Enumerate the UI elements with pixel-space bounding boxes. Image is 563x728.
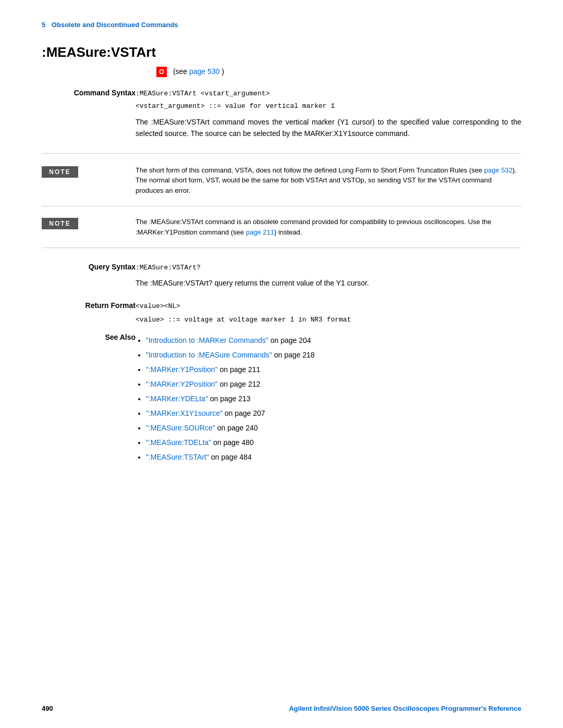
query-syntax-row: Query Syntax :MEASure:VSTArt? The :MEASu…	[42, 261, 521, 295]
list-item: ":MARKer:Y2Position" on page 212	[146, 377, 521, 391]
see-also-link[interactable]: ":MEASure:TDELta"	[146, 438, 211, 447]
query-syntax-label: Query Syntax	[42, 261, 136, 295]
chapter-number: 5	[42, 21, 45, 29]
note2-text-before: The :MEASure:VSTArt command is an obsole…	[136, 218, 492, 236]
see-also-page: on page 204	[268, 336, 311, 344]
icon-line: O (see page 530 )	[156, 67, 521, 77]
list-item: ":MARKer:Y1Position" on page 211	[146, 362, 521, 377]
command-syntax-line1: :MEASure:VSTArt <vstart_argument>	[136, 89, 521, 99]
see-text-open: (see	[173, 67, 189, 76]
see-also-link[interactable]: ":MEASure:TSTArt"	[146, 453, 209, 461]
see-also-page: on page 240	[215, 424, 258, 432]
content-table: Command Syntax :MEASure:VSTArt <vstart_a…	[42, 87, 521, 466]
spacer3	[42, 295, 521, 299]
command-syntax-row: Command Syntax :MEASure:VSTArt <vstart_a…	[42, 87, 521, 146]
footer-title: Agilent InfiniiVision 5000 Series Oscill…	[289, 705, 521, 712]
divider1	[42, 153, 521, 154]
see-also-label: See Also	[42, 331, 136, 466]
footer: 490 Agilent InfiniiVision 5000 Series Os…	[42, 705, 521, 712]
note2-link[interactable]: page 211	[246, 228, 274, 236]
list-item: "Introduction to :MEASure Commands" on p…	[146, 348, 521, 362]
list-item: ":MARKer:YDELta" on page 213	[146, 391, 521, 406]
divider-row3	[42, 241, 521, 254]
chapter-title: Obsolete and Discontinued Commands	[52, 21, 178, 29]
see-also-page: on page 211	[218, 365, 261, 374]
command-syntax-body: The :MEASure:VSTArt command moves the ve…	[136, 116, 521, 140]
note1-text: The short form of this command, VSTA, do…	[136, 161, 521, 200]
return-format-label: Return Format	[42, 299, 136, 327]
list-item: ":MARKer:X1Y1source" on page 207	[146, 406, 521, 421]
query-syntax-body: The :MEASure:VSTArt? query returns the c…	[136, 277, 521, 289]
divider3	[42, 248, 521, 248]
page-container: 5 Obsolete and Discontinued Commands :ME…	[0, 0, 563, 728]
return-format-value: <value><NL> <value> ::= voltage at volta…	[136, 299, 521, 327]
see-text-close: )	[222, 67, 224, 76]
query-syntax-value: :MEASure:VSTArt? The :MEASure:VSTArt? qu…	[136, 261, 521, 295]
see-also-page: on page 213	[208, 394, 251, 403]
see-also-row: See Also "Introduction to :MARKer Comman…	[42, 331, 521, 466]
command-syntax-value: :MEASure:VSTArt <vstart_argument> <vstar…	[136, 87, 521, 146]
section-title: :MEASure:VSTArt	[42, 44, 521, 60]
note1-label: NOTE	[42, 166, 78, 178]
spacer1	[42, 146, 521, 161]
see-also-page: on page 218	[272, 351, 315, 359]
footer-page-num: 490	[42, 705, 53, 712]
note1-text-before: The short form of this command, VSTA, do…	[136, 166, 484, 174]
note1-label-cell: NOTE	[42, 161, 136, 200]
divider2	[42, 206, 521, 206]
note2-text: The :MEASure:VSTArt command is an obsole…	[136, 213, 521, 241]
command-syntax-label: Command Syntax	[42, 87, 136, 146]
spacer4	[42, 327, 521, 331]
see-also-link[interactable]: ":MARKer:Y2Position"	[146, 380, 218, 388]
query-syntax-line1: :MEASure:VSTArt?	[136, 263, 521, 273]
see-also-link[interactable]: "Introduction to :MARKer Commands"	[146, 336, 268, 344]
see-also-page: on page 207	[223, 409, 265, 417]
note2-row: NOTE The :MEASure:VSTArt command is an o…	[42, 213, 521, 241]
see-also-list: "Introduction to :MARKer Commands" on pa…	[136, 333, 521, 464]
return-format-line2: <value> ::= voltage at voltage marker 1 …	[136, 315, 521, 325]
divider-row2	[42, 200, 521, 213]
list-item: ":MEASure:SOURce" on page 240	[146, 421, 521, 435]
see-page-link[interactable]: page 530	[189, 67, 219, 76]
see-also-page: on page 484	[209, 453, 252, 461]
see-also-page: on page 212	[218, 380, 261, 388]
see-also-page: on page 480	[211, 438, 254, 447]
list-item: ":MEASure:TDELta" on page 480	[146, 435, 521, 450]
spacer2	[42, 254, 521, 261]
see-also-link[interactable]: ":MARKer:Y1Position"	[146, 365, 218, 374]
obsolete-icon: O	[156, 67, 167, 77]
note2-label: NOTE	[42, 218, 78, 229]
command-syntax-line2: <vstart_argument> ::= value for vertical…	[136, 101, 521, 112]
see-also-link[interactable]: ":MEASure:SOURce"	[146, 424, 215, 432]
return-format-row: Return Format <value><NL> <value> ::= vo…	[42, 299, 521, 327]
see-also-link[interactable]: "Introduction to :MEASure Commands"	[146, 351, 272, 359]
chapter-header: 5 Obsolete and Discontinued Commands	[42, 21, 521, 29]
see-also-link[interactable]: ":MARKer:YDELta"	[146, 394, 208, 403]
note1-link[interactable]: page 532	[484, 166, 512, 174]
return-format-line1: <value><NL>	[136, 301, 521, 312]
list-item: "Introduction to :MARKer Commands" on pa…	[146, 333, 521, 348]
note2-label-cell: NOTE	[42, 213, 136, 241]
list-item: ":MEASure:TSTArt" on page 484	[146, 450, 521, 464]
note2-text-after: ) instead.	[274, 228, 302, 236]
note1-row: NOTE The short form of this command, VST…	[42, 161, 521, 200]
see-also-link[interactable]: ":MARKer:X1Y1source"	[146, 409, 223, 417]
see-also-value: "Introduction to :MARKer Commands" on pa…	[136, 331, 521, 466]
